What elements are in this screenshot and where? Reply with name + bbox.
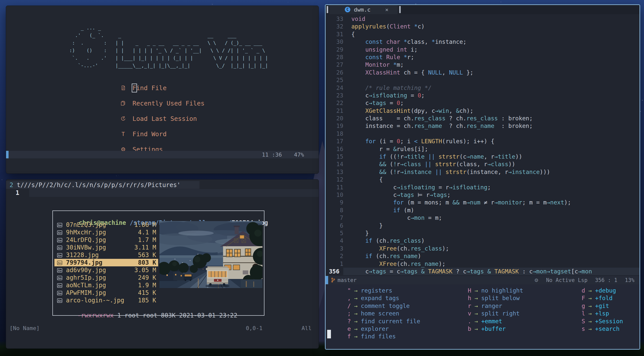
terminal-window-file-manager[interactable]: 2t///s/P//2/h/c/.l/s/n/s/p/p/s/r/r/s/Pic… [6,179,319,349]
file-row[interactable]: 9hMxcHr.jpg4.1 M [54,229,158,236]
code-line: 20 class = ch.res_class ? ch.res_class :… [326,115,639,122]
code-line: 10 c→tags ⊨ r→tags; [326,191,639,199]
whichkey-binding: h→split below [464,294,523,302]
code-line: 8 if (m) [326,206,639,214]
whichkey-key: S [578,317,585,325]
statusline-accent-bar [326,276,328,284]
terminal-window-lunarvim-dashboard[interactable]: _ ... _ .' (_ `. _ __ ___ : . : | | _ _ … [6,6,319,174]
file-name: 30iNVBw.jpg [66,244,134,251]
image-file-icon [57,252,63,258]
tab-bar: C dwm.c × [326,5,639,14]
whichkey-label: registers [361,287,392,294]
file-row[interactable]: 24LrDFQ.jpg1.7 M [54,236,158,244]
document-icon [120,85,126,91]
whichkey-key: f [343,333,351,340]
code-line: 28 const Rule *r; [326,53,639,61]
whichkey-binding: "→registers [343,287,420,294]
code-line: 15 if ((!r→title || strstr(c→name, r→tit… [326,153,639,160]
whichkey-key: , [343,294,351,302]
menu-item-label: Find File [132,84,166,92]
code-line: 12 { [326,176,639,183]
file-row[interactable]: 31228.jpg563 K [54,251,158,259]
dashboard-menu-item-find-word[interactable]: TFind Word [120,129,166,139]
code-line: 33void [326,15,639,23]
whichkey-binding: H→no highlight [464,287,523,294]
code-line: 27 Monitor *m; [326,61,639,68]
file-name: 31228.jpg [66,252,138,259]
code-line: 14 && (!r→class || strstr(class, r→class… [326,160,639,168]
file-row[interactable]: APwFMIM.jpg415 K [54,289,158,297]
code-line: 29 unsigned int i; [326,46,639,53]
file-permissions: -rwxrwxrwx [77,312,114,319]
arrow-right-icon: → [471,317,481,325]
file-manager-popup: chris@machine /storag/Pictures/wallpaper… [52,210,264,316]
menu-item-label: Load Last Session [132,115,197,122]
image-file-icon [57,267,63,273]
code-line: 31{ [326,30,639,38]
arrow-right-icon: → [471,294,481,302]
file-size: 3.05 M [134,267,156,274]
close-tab-icon[interactable]: × [385,7,388,13]
code-line: 22 c→tags = 0; [326,99,639,107]
whichkey-binding: s→+search [578,325,623,333]
whichkey-binding: S→+Session [578,317,623,325]
file-size: 803 K [138,259,156,266]
whichkey-label: split right [481,310,520,317]
code-line: 32applyrules(Client *c) [326,23,639,30]
git-branch-name: master [337,277,357,283]
vim-statusline: [No Name] 0,0-1 All [6,325,319,333]
code-line: 23 c→isfloating = 0; [326,92,639,99]
whichkey-key: l [578,310,585,317]
arrow-right-icon: → [585,317,595,325]
arrow-right-icon: → [585,294,595,302]
file-details-line: -rwxrwxrwx 1 root root 803K 2021-03-01 2… [55,305,237,326]
file-row[interactable]: aghr5Ip.jpg249 K [54,274,158,281]
code-line: 7 c→mon = m; [326,214,639,222]
cursor-line-highlight [29,189,319,197]
file-row-selected[interactable]: 799794.jpg803 K [54,259,158,266]
menu-item-label: Find Word [132,130,166,138]
whichkey-binding: /→comment toggle [343,302,420,310]
whichkey-label: comment toggle [361,302,410,310]
copy-icon [120,100,126,106]
whichkey-binding: l→+lsp [578,310,623,317]
tab-dwm-c[interactable]: C dwm.c × [329,5,398,14]
arrow-right-icon: → [585,310,595,317]
c-language-icon: C [345,7,350,12]
whichkey-key: F [578,294,585,302]
whichkey-key: d [578,287,585,294]
menu-item-label: Recently Used Files [132,100,205,107]
code-line: 24 /* rule matching */ [326,84,639,92]
file-owner-date: 1 root root 803K 2021-03-01 23:22 [114,312,237,319]
whichkey-binding: F→+fold [578,294,623,302]
file-size: 4.1 M [138,229,156,236]
file-size: 185 K [138,297,156,304]
whichkey-label: explorer [361,325,389,333]
code-area[interactable]: 33void32applyrules(Client *c)31{30 const… [326,15,639,275]
code-line: 18 [326,130,639,137]
git-branch-icon [331,277,335,283]
command-line-number: 2 [10,182,13,189]
code-line: 5 } [326,229,639,237]
command-line[interactable]: 2t///s/P//2/h/c/.l/s/n/s/p/p/s/r/r/s/Pic… [6,181,199,189]
whichkey-binding: d→+debug [578,287,623,294]
editor-window-dwm[interactable]: C dwm.c × 33void32applyrules(Client *c)3… [325,4,640,350]
whichkey-binding: r→ranger [464,302,523,310]
whichkey-label: no highlight [481,287,523,294]
whichkey-label: +git [595,302,609,310]
file-row[interactable]: 30iNVBw.jpg3.11 M [54,244,158,251]
file-row[interactable]: ad6v90y.jpg3.05 M [54,266,158,274]
lsp-gear-icon: ⚙ [534,277,538,283]
whichkey-binding: f→find files [343,333,420,340]
file-row[interactable]: arco-login-~.jpg185 K [54,297,158,304]
dashboard-menu-item-load-last-session[interactable]: Load Last Session [120,114,197,124]
whichkey-binding: g→+git [578,302,623,310]
arrow-right-icon: → [471,287,481,294]
buffer-name: [No Name] [10,325,40,331]
file-row[interactable]: aoNcTLm.jpg1.9 M [54,281,158,289]
dashboard-menu-item-recently-used-files[interactable]: Recently Used Files [120,98,205,108]
image-file-icon [57,237,63,243]
code-line-current: 356 c→tags = c→tags & TAGMASK ? c→tags &… [326,268,639,275]
file-row[interactable]: 07nEzQ3.jpg1.86 M [54,221,158,229]
dashboard-menu-item-find-file[interactable]: Find File [120,83,166,93]
